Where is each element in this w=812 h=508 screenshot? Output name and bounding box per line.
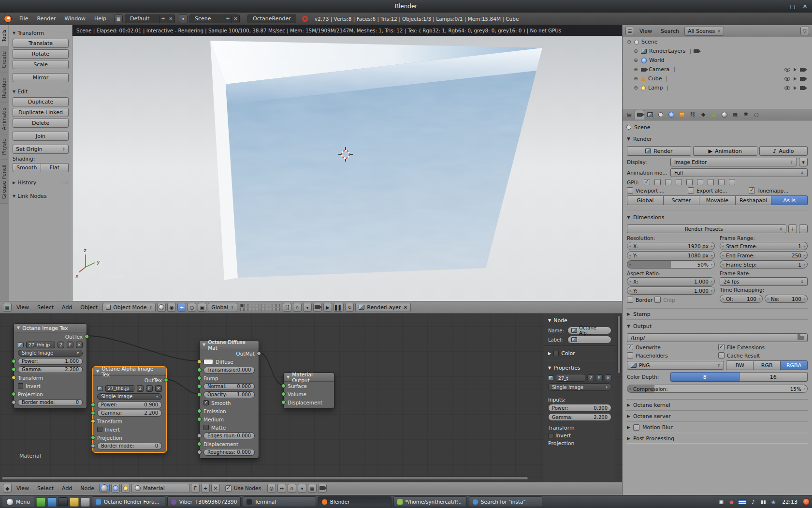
join-button[interactable]: Join [13, 132, 69, 141]
material-selector[interactable]: Material [131, 484, 189, 493]
tab-render-icon[interactable] [635, 110, 644, 120]
mirror-button[interactable]: Mirror [13, 73, 69, 82]
gpu-main-checkbox[interactable] [644, 179, 650, 185]
output-socket[interactable] [257, 351, 261, 356]
add-menu[interactable]: Add [58, 484, 75, 493]
opengl-render-button[interactable] [313, 303, 322, 312]
smooth-checkbox[interactable] [203, 400, 209, 405]
viewport-checkbox[interactable] [627, 187, 633, 194]
applications-menu-button[interactable]: Menu [2, 496, 34, 507]
image-name-field[interactable]: 27_thb.jp [105, 385, 134, 392]
gpu-1-checkbox[interactable] [654, 179, 661, 185]
unlink-icon[interactable]: ✕ [155, 385, 162, 392]
duplicate-linked-button[interactable]: Duplicate Linked [13, 108, 69, 117]
users-count-button[interactable]: 2 [58, 342, 64, 348]
collapse-arrow-icon[interactable]: ▼ [287, 375, 290, 379]
volume-socket[interactable] [281, 392, 286, 396]
node-octane-diffuse-mat[interactable]: ▼ Octane Diffuse Mat OutMat Diffuse Tran… [199, 340, 259, 459]
file-extensions-checkbox[interactable] [718, 344, 725, 350]
border-socket[interactable] [91, 444, 95, 448]
diffuse-color-swatch[interactable] [203, 359, 213, 364]
volume-icon[interactable]: ♪ [750, 499, 756, 505]
resolution-percentage-slider[interactable]: 50% [627, 260, 715, 269]
snap-mode-dropdown[interactable]: ▾ [298, 484, 306, 493]
transform-socket[interactable] [12, 375, 16, 380]
motion-blur-panel-header[interactable]: ▶ Motion Blur [627, 422, 808, 433]
outliner-item-scene[interactable]: ⊖ Scene [623, 37, 812, 46]
expand-icon[interactable]: ⊖ [626, 39, 632, 45]
start-frame-field[interactable]: Start Frame:1 [720, 242, 808, 250]
render-audio-button[interactable]: ♪Audio [759, 146, 808, 156]
emission-socket[interactable] [197, 409, 202, 413]
transmission-field[interactable]: Transmissio:0.000 [203, 367, 255, 374]
tab-grease-pencil[interactable]: Grease Pencil [0, 160, 8, 204]
network-icon[interactable]: ▮▮ [760, 499, 767, 505]
invert-checkbox[interactable] [18, 383, 23, 388]
file-format-dropdown[interactable]: PNG⇕ [627, 361, 724, 370]
node-name-field[interactable]: Octane Alp... [567, 327, 611, 334]
outliner-item-cube[interactable]: ⊕ Cube | [623, 74, 812, 83]
node-header[interactable]: ▼ Octane Image Tex [14, 324, 87, 332]
select-menu[interactable]: Select [34, 303, 57, 312]
aspect-y-field[interactable]: Y:1.000 [627, 286, 715, 295]
browser-launcher-icon[interactable] [47, 497, 57, 507]
editor-type-button[interactable]: ☰ [625, 27, 634, 35]
tab-physics-icon[interactable]: ○ [752, 110, 761, 120]
color-checkbox[interactable] [553, 351, 559, 356]
editor-type-button[interactable]: ◆ [3, 484, 12, 493]
expand-icon[interactable]: ⊕ [633, 67, 638, 72]
collapse-arrow-icon[interactable]: ▼ [203, 343, 205, 347]
visibility-eye-icon[interactable] [784, 68, 790, 72]
view-menu[interactable]: View [13, 303, 32, 312]
scale-button[interactable]: Scale [13, 60, 69, 69]
cache-result-toggle[interactable]: Cache Result [718, 352, 808, 359]
rotate-button[interactable]: Rotate [13, 49, 69, 59]
collapse-arrow-icon[interactable]: ▼ [17, 326, 20, 330]
invert-checkbox[interactable] [548, 433, 553, 438]
expand-icon[interactable]: ⊕ [633, 85, 638, 90]
outliner-item-lamp[interactable]: ⊕ Lamp | [623, 83, 812, 92]
tab-particles-icon[interactable]: ✱ [741, 110, 751, 120]
clock[interactable]: 22:13 [782, 499, 798, 505]
view-menu[interactable]: View [636, 27, 655, 35]
link-nodes-panel-header[interactable]: ▼ Link Nodes [13, 192, 69, 200]
image-source-dropdown[interactable]: Single Image▾ [18, 350, 83, 357]
roughness-socket[interactable] [197, 450, 202, 454]
border-toggle[interactable]: Border [627, 297, 652, 303]
duplicate-button[interactable]: Duplicate [13, 97, 69, 106]
mode-dropdown[interactable]: Object Mode ⇕ [102, 303, 156, 312]
visibility-eye-icon[interactable] [784, 77, 790, 81]
node-label-field[interactable] [567, 336, 611, 344]
users-count-button[interactable]: 2 [587, 374, 594, 381]
selectability-icon[interactable] [794, 77, 797, 81]
menu-help[interactable]: Help [90, 15, 110, 23]
tab-material-icon[interactable] [720, 110, 729, 120]
output-socket[interactable] [85, 334, 89, 339]
outliner-item-camera[interactable]: ⊕ Camera | [623, 65, 812, 74]
placeholders-toggle[interactable]: Placeholders [627, 352, 716, 359]
maximize-icon[interactable]: ▢ [790, 3, 795, 10]
diffuse-socket[interactable] [197, 359, 202, 364]
visibility-eye-icon[interactable] [784, 86, 790, 90]
selectability-icon[interactable] [794, 68, 797, 72]
manipulator-rotate-button[interactable]: ○ [188, 303, 196, 312]
gpu-5-checkbox[interactable] [697, 179, 703, 185]
depth-16-button[interactable]: 16 [740, 372, 808, 382]
resolution-x-field[interactable]: X:1920 px [627, 242, 715, 250]
close-icon[interactable]: ✕ [803, 3, 807, 10]
delete-button[interactable]: Delete [13, 119, 69, 128]
border-socket[interactable] [12, 400, 16, 404]
render-engine-selector[interactable]: OctaneRender [247, 15, 296, 23]
invert-checkbox[interactable] [97, 427, 102, 432]
editor-type-button[interactable]: ▤ [625, 110, 634, 119]
output-socket[interactable] [164, 378, 168, 382]
edges-rounding-field[interactable]: Edges roun:0.000 [203, 433, 255, 439]
opacity-field[interactable]: Opacity:1.000 [203, 391, 255, 398]
tab-constraints-icon[interactable]: ⛓ [688, 110, 697, 120]
output-panel-header[interactable]: ▼ Output [627, 321, 808, 331]
add-preset-button[interactable]: + [788, 224, 797, 233]
filter-icon[interactable]: ▽ [800, 27, 809, 35]
renderability-icon[interactable] [800, 77, 805, 81]
matte-checkbox[interactable] [203, 425, 209, 430]
object-menu[interactable]: Object [77, 303, 101, 312]
